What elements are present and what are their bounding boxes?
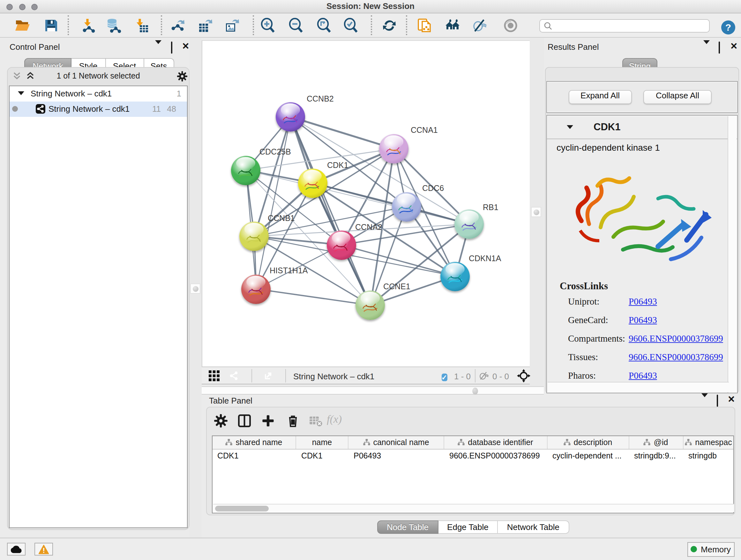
network-node-hist1h1a[interactable] <box>241 274 271 304</box>
fit-content-crosshair-icon[interactable] <box>517 369 530 385</box>
export-image-icon[interactable] <box>225 18 240 33</box>
network-node-count: 11 <box>152 104 161 114</box>
import-network-database-icon[interactable] <box>106 18 121 33</box>
column-header-database-identifier[interactable]: database identifier <box>444 436 547 449</box>
zoom-out-icon[interactable] <box>288 18 304 33</box>
column-header-name[interactable]: name <box>296 436 348 449</box>
collection-expander-icon[interactable] <box>18 91 24 95</box>
save-session-icon[interactable] <box>44 18 59 33</box>
network-node-cdc25b[interactable] <box>231 155 260 185</box>
window-zoom-button[interactable] <box>31 3 38 10</box>
table-row[interactable]: CDK1CDK1P064939606.ENSP00000378699cyclin… <box>212 449 733 462</box>
export-table-icon[interactable] <box>198 18 213 33</box>
results-panel-close-icon[interactable]: ✕ <box>730 43 738 50</box>
crosslinks-title: CrossLinks <box>560 280 608 292</box>
string-home-icon[interactable] <box>445 18 460 33</box>
network-node-rb1[interactable] <box>455 209 484 239</box>
protein-card-header[interactable]: CDK1 <box>547 116 737 139</box>
zoom-fit-icon[interactable] <box>317 18 332 33</box>
crosslink-value-link[interactable]: P06493 <box>629 370 657 381</box>
search-input[interactable] <box>539 19 710 33</box>
network-node-ccnb1[interactable] <box>239 222 269 251</box>
warning-button[interactable] <box>35 543 53 556</box>
network-node-ccne1[interactable] <box>355 291 385 320</box>
network-edge[interactable] <box>256 117 290 289</box>
import-network-file-icon[interactable] <box>80 18 96 33</box>
control-panel-close-icon[interactable]: ✕ <box>182 43 189 50</box>
network-node-cdk1[interactable] <box>298 168 327 198</box>
zoom-selected-icon[interactable] <box>343 18 359 33</box>
node-label-cdc6: CDC6 <box>422 184 444 193</box>
network-node-ccnb2[interactable] <box>276 102 305 132</box>
table-gear-icon[interactable] <box>214 414 228 428</box>
control-panel-maximize-icon[interactable] <box>171 42 172 54</box>
network-node-ccna1[interactable] <box>379 134 408 164</box>
table-horizontal-scrollbar[interactable] <box>213 504 734 512</box>
network-node-cdkn1a[interactable] <box>441 261 470 291</box>
crosslink-value-link[interactable]: 9606.ENSP00000378699 <box>629 352 723 363</box>
network-edge[interactable] <box>256 289 370 305</box>
import-table-icon[interactable] <box>134 18 149 33</box>
control-panel-float-icon[interactable] <box>155 44 161 56</box>
open-session-icon[interactable] <box>15 18 30 33</box>
tab-node-table[interactable]: Node Table <box>377 520 438 534</box>
string-documents-icon[interactable] <box>417 18 432 33</box>
network-node-ccna2[interactable] <box>327 230 356 260</box>
window-close-button[interactable] <box>6 3 13 10</box>
toolbar-separator <box>371 15 372 35</box>
protein-ribbon-thumbnail <box>445 268 465 288</box>
tab-edge-table[interactable]: Edge Table <box>438 520 498 534</box>
column-header-canonical-name[interactable]: canonical name <box>348 436 444 449</box>
crosslink-value-link[interactable]: P06493 <box>629 296 657 307</box>
protein-ribbon-thumbnail <box>280 109 300 129</box>
protein-ribbon-thumbnail <box>246 281 266 301</box>
birdseye-grid-icon[interactable] <box>208 370 220 385</box>
column-header-@id[interactable]: @id <box>629 436 683 449</box>
results-panel-float-icon[interactable] <box>703 44 710 56</box>
memory-button[interactable]: Memory <box>687 542 734 557</box>
network-edge[interactable] <box>290 117 370 305</box>
column-header-shared-name[interactable]: shared name <box>212 436 296 449</box>
table-panel-close-icon[interactable]: ✕ <box>728 396 735 403</box>
expand-all-button[interactable]: Expand All <box>569 90 631 104</box>
show-eye-icon[interactable] <box>503 18 518 33</box>
network-view-toolbar: String Network – cdk1 ✓ 1 - 0 0 - 0 <box>201 367 530 384</box>
table-splitter[interactable] <box>201 386 543 394</box>
network-collection-row[interactable]: String Network – cdk1 1 <box>10 86 187 101</box>
table-delete-table-icon[interactable] <box>309 414 323 428</box>
crosslink-value-link[interactable]: 9606.ENSP00000378699 <box>629 333 723 344</box>
table-columns-icon[interactable] <box>238 414 252 428</box>
protein-name: CDK1 <box>594 121 620 133</box>
export-network-icon[interactable] <box>170 18 185 33</box>
crosslink-value-link[interactable]: P06493 <box>629 315 657 326</box>
network-selection-summary: 1 of 1 Network selected <box>7 71 190 80</box>
main-toolbar: ? <box>0 13 741 38</box>
window-minimize-button[interactable] <box>19 3 25 10</box>
zoom-in-icon[interactable] <box>260 18 276 33</box>
network-options-gear-icon[interactable] <box>177 71 188 84</box>
protein-expander-icon[interactable] <box>567 125 573 129</box>
network-row[interactable]: String Network – cdk1 11 48 <box>10 101 187 117</box>
right-splitter[interactable] <box>530 38 543 386</box>
help-button[interactable]: ? <box>721 20 735 34</box>
tab-network-table[interactable]: Network Table <box>498 520 569 534</box>
network-node-cdc6[interactable] <box>392 192 421 221</box>
table-panel-maximize-icon[interactable] <box>717 395 718 407</box>
column-header-description[interactable]: description <box>547 436 629 449</box>
network-edge[interactable] <box>290 117 394 149</box>
selected-checkbox-icon[interactable]: ✓ <box>441 371 447 382</box>
cloud-button[interactable] <box>7 543 25 556</box>
refresh-icon[interactable] <box>382 18 397 33</box>
results-panel-maximize-icon[interactable] <box>719 42 720 54</box>
table-add-icon[interactable] <box>261 414 275 428</box>
column-header-namespac[interactable]: namespac <box>683 436 734 449</box>
table-delete-icon[interactable] <box>286 414 300 428</box>
collapse-all-button[interactable]: Collapse All <box>643 90 712 104</box>
left-splitter[interactable] <box>190 38 201 538</box>
crosslink-label: Pharos: <box>568 370 596 381</box>
hide-glasses-icon[interactable] <box>472 18 488 33</box>
results-horizontal-scrollbar[interactable] <box>548 381 729 392</box>
results-vertical-scrollbar[interactable] <box>728 116 737 393</box>
node-label-ccna1: CCNA1 <box>411 126 438 135</box>
network-canvas[interactable]: CCNB2 CCNA1 CDC25B CDK1 <box>201 40 530 367</box>
